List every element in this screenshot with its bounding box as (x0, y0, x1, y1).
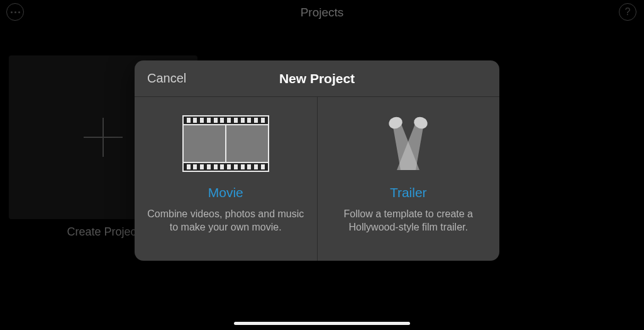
more-button[interactable] (6, 3, 24, 21)
trailer-spotlights-icon (370, 112, 446, 175)
home-indicator[interactable] (234, 322, 410, 325)
movie-filmstrip-icon (182, 112, 269, 175)
option-movie-description: Combine videos, photos and music to make… (146, 208, 306, 234)
option-trailer-title: Trailer (390, 185, 427, 200)
option-trailer-description: Follow a template to create a Hollywood-… (329, 208, 489, 234)
plus-icon (84, 118, 123, 157)
new-project-modal: Cancel New Project Movie Combine videos,… (135, 60, 499, 261)
header-bar: Projects ? (0, 0, 644, 25)
option-movie-title: Movie (208, 185, 243, 200)
page-title: Projects (301, 6, 344, 20)
option-movie[interactable]: Movie Combine videos, photos and music t… (135, 97, 318, 261)
help-button[interactable]: ? (619, 3, 636, 21)
modal-header: Cancel New Project (135, 60, 499, 97)
option-trailer[interactable]: Trailer Follow a template to create a Ho… (318, 97, 500, 261)
modal-title: New Project (279, 71, 355, 86)
modal-options: Movie Combine videos, photos and music t… (135, 97, 499, 261)
cancel-button[interactable]: Cancel (147, 71, 186, 86)
help-icon: ? (625, 6, 631, 18)
